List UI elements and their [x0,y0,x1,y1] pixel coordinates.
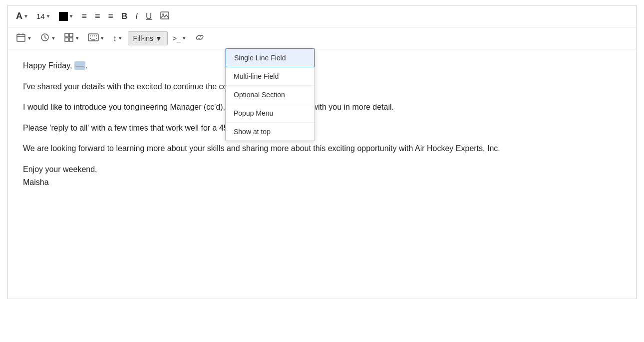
color-swatch [59,12,68,21]
image-button[interactable] [157,8,173,24]
font-family-button[interactable]: A ▼ [13,9,31,23]
grid-icon [64,32,74,44]
image-icon [160,10,170,22]
align-center-icon: ≡ [95,11,100,21]
align-left-button[interactable]: ≡ [78,9,90,23]
clock-icon [40,32,50,44]
paragraph-3: I would like to introduce you tongineeri… [23,101,621,114]
terminal-button[interactable]: >_ ▼ [170,32,190,44]
keyboard-icon [88,33,99,43]
italic-button[interactable]: I [132,9,141,23]
link-button[interactable] [192,30,208,46]
svg-point-1 [162,13,164,15]
font-size-caret-icon: ▼ [46,13,51,19]
color-caret-icon: ▼ [69,13,74,19]
fill-ins-button[interactable]: Fill-ins ▼ [128,31,168,45]
keyboard-caret-icon: ▼ [100,35,105,41]
svg-rect-2 [17,34,25,41]
grid-button[interactable]: ▼ [61,30,83,46]
editor-container: A ▼ 14 ▼ ▼ ≡ ≡ ≡ B I U [7,5,637,299]
svg-rect-9 [65,38,68,41]
dropdown-item-optional[interactable]: Optional Section [226,86,315,104]
underline-button[interactable]: U [143,9,155,23]
dropdown-item-single-line[interactable]: Single Line Field [226,48,315,67]
color-button[interactable]: ▼ [56,10,77,23]
dropdown-item-multiline[interactable]: Multi-line Field [226,67,315,86]
terminal-caret-icon: ▼ [182,35,187,41]
dropdown-item-show-at-top[interactable]: Show at top [226,123,315,141]
align-right-icon: ≡ [108,11,113,21]
font-family-caret-icon: ▼ [23,13,28,19]
toolbar-row-1: A ▼ 14 ▼ ▼ ≡ ≡ ≡ B I U [8,5,636,27]
fill-ins-dropdown: Single Line Field Multi-line Field Optio… [225,48,315,141]
paragraph-6: Enjoy your weekend, Maisha [23,163,621,188]
svg-rect-10 [69,38,73,41]
keyboard-button[interactable]: ▼ [85,31,108,45]
link-icon [195,32,205,44]
paragraph-4: Please 'reply to all' with a few times t… [23,122,621,135]
fill-field: — [74,61,85,70]
align-right-button[interactable]: ≡ [105,9,116,23]
grid-caret-icon: ▼ [75,35,80,41]
cursor-caret-icon: ▼ [118,35,123,41]
fillins-caret-icon: ▼ [155,34,162,42]
calendar-button[interactable]: ▼ [13,30,35,46]
calendar-caret-icon: ▼ [27,35,32,41]
paragraph-5: We are looking forward to learning more … [23,142,621,155]
svg-rect-7 [65,33,68,37]
clock-button[interactable]: ▼ [37,30,59,46]
align-left-icon: ≡ [81,11,87,21]
bold-button[interactable]: B [118,9,130,23]
paragraph-2: I've shared your details with the excite… [23,80,621,93]
calendar-icon [16,32,26,44]
paragraph-1: Happy Friday, —. [23,59,621,72]
toolbar-row-2: ▼ ▼ ▼ [8,27,636,49]
svg-rect-8 [69,33,73,37]
cursor-icon: ↕ [113,34,117,43]
svg-rect-0 [161,12,169,19]
terminal-icon: >_ [173,34,181,42]
content-area: Happy Friday, —. I've shared your detail… [8,49,636,299]
dropdown-item-popup[interactable]: Popup Menu [226,104,315,123]
cursor-button[interactable]: ↕ ▼ [110,32,126,45]
align-center-button[interactable]: ≡ [92,9,103,23]
font-size-button[interactable]: 14 ▼ [33,10,54,22]
clock-caret-icon: ▼ [51,35,56,41]
